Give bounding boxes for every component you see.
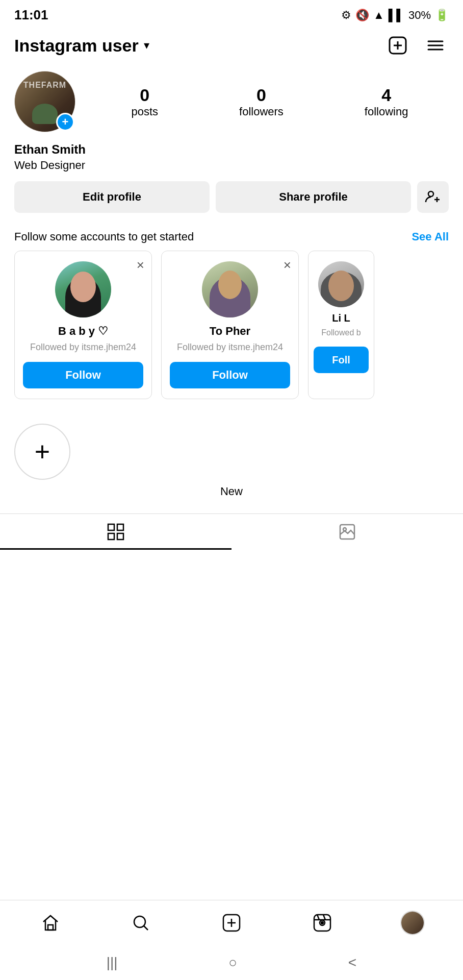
tab-grid[interactable] [0, 514, 232, 550]
svg-point-6 [428, 191, 433, 197]
profile-name: Ethan Smith [14, 142, 449, 157]
add-post-button[interactable] [384, 32, 411, 59]
share-profile-button[interactable]: Share profile [216, 181, 411, 213]
svg-line-25 [317, 915, 319, 920]
see-all-link[interactable]: See All [411, 230, 449, 243]
suggestions-title: Follow some accounts to get started [14, 230, 194, 243]
nav-home-button[interactable] [30, 902, 71, 943]
action-buttons: Edit profile Share profile [14, 181, 449, 213]
svg-point-23 [321, 922, 323, 924]
profile-info-row: THEFARM + 0 posts 0 followers 4 followin… [14, 71, 449, 132]
avatar-container: THEFARM + [14, 71, 75, 132]
nav-items [0, 900, 463, 945]
profile-section: THEFARM + 0 posts 0 followers 4 followin… [0, 67, 463, 221]
card-username-2: To Pher [210, 325, 250, 338]
card-username-3: Li L [332, 312, 350, 324]
search-icon [131, 913, 151, 933]
following-count: 4 [381, 85, 391, 105]
suggestion-card-1: × B a b y ♡ Followed by itsme.jhem24 Fol… [14, 251, 152, 399]
nav-profile-avatar [400, 911, 425, 935]
card-followed-by-1: Followed by itsme.jhem24 [30, 341, 136, 354]
android-menu-icon[interactable]: ||| [107, 954, 118, 971]
dismiss-card-2-button[interactable]: × [284, 258, 291, 272]
add-icon [221, 913, 242, 933]
home-icon [40, 913, 61, 933]
follow-button-2[interactable]: Follow [170, 362, 290, 388]
android-nav: ||| ○ < [0, 945, 463, 980]
svg-rect-15 [48, 925, 53, 930]
battery-icon: 🔋 [435, 9, 449, 22]
menu-button[interactable] [422, 32, 449, 59]
edit-profile-button[interactable]: Edit profile [14, 181, 210, 213]
content-tabs [0, 513, 463, 550]
add-friend-button[interactable] [417, 181, 449, 213]
suggestion-card-2: × To Pher Followed by itsme.jhem24 Follo… [161, 251, 299, 399]
add-to-story-button[interactable]: + [56, 113, 74, 131]
avatar-text: THEFARM [23, 81, 66, 90]
status-bar: 11:01 ⚙ 🔇 ▲ ▌▌ 30% 🔋 [0, 0, 463, 27]
mute-icon: 🔇 [355, 9, 369, 22]
username-label: Instagram user [14, 36, 139, 56]
stats-row: 0 posts 0 followers 4 following [91, 85, 449, 118]
posts-count: 0 [140, 85, 149, 105]
grid-icon [106, 522, 125, 542]
nav-reels-button[interactable] [302, 902, 343, 943]
svg-rect-11 [108, 533, 114, 540]
nav-search-button[interactable] [120, 902, 161, 943]
svg-rect-9 [108, 524, 114, 530]
suggestion-card-3-partial: Li L Followed b Foll [308, 251, 374, 399]
nav-profile-image [401, 912, 424, 934]
reels-icon [312, 913, 332, 933]
chevron-down-icon[interactable]: ▾ [144, 39, 149, 52]
card-avatar-3 [318, 261, 364, 307]
tagged-icon [338, 522, 357, 542]
followers-count: 0 [256, 85, 266, 105]
dismiss-card-1-button[interactable]: × [137, 258, 144, 272]
bottom-spacer [0, 550, 463, 631]
followers-label: followers [239, 105, 284, 118]
battery-level: 30% [408, 9, 431, 22]
card-followed-by-2: Followed by itsme.jhem24 [177, 341, 283, 354]
follow-button-1[interactable]: Follow [23, 362, 143, 388]
new-post-label: New [14, 485, 449, 498]
svg-rect-12 [117, 533, 123, 540]
profile-bio: Web Designer [14, 159, 449, 172]
signal-icon: ▌▌ [389, 9, 404, 22]
followers-stat[interactable]: 0 followers [239, 85, 284, 118]
svg-point-16 [134, 916, 145, 927]
status-time: 11:01 [14, 7, 48, 23]
tab-tagged[interactable] [232, 514, 463, 550]
wifi-icon: ▲ [373, 9, 384, 22]
header-actions [384, 32, 449, 59]
bottom-nav: ||| ○ < [0, 900, 463, 980]
bluetooth-icon: ⚙ [341, 9, 351, 22]
card-avatar-1 [55, 261, 111, 317]
svg-rect-10 [117, 524, 123, 530]
posts-label: posts [131, 105, 158, 118]
android-back-icon[interactable]: < [348, 954, 356, 971]
posts-stat[interactable]: 0 posts [131, 85, 158, 118]
card-username-1: B a b y ♡ [58, 325, 108, 338]
nav-add-button[interactable] [211, 902, 252, 943]
svg-line-17 [144, 926, 148, 930]
plus-icon: + [35, 436, 50, 467]
follow-button-3[interactable]: Foll [314, 347, 369, 373]
svg-line-26 [323, 915, 325, 920]
new-post-section: + New [0, 409, 463, 508]
username-row[interactable]: Instagram user ▾ [14, 36, 149, 56]
app-header: Instagram user ▾ [0, 27, 463, 67]
avatar-deco [32, 104, 58, 124]
card-followed-by-3: Followed b [321, 327, 361, 338]
android-home-icon[interactable]: ○ [228, 954, 237, 971]
following-stat[interactable]: 4 following [365, 85, 408, 118]
nav-profile-button[interactable] [392, 902, 433, 943]
suggestions-header: Follow some accounts to get started See … [0, 221, 463, 251]
card-avatar-2 [202, 261, 258, 317]
new-post-button[interactable]: + [14, 424, 70, 480]
status-icons: ⚙ 🔇 ▲ ▌▌ 30% 🔋 [341, 9, 449, 22]
following-label: following [365, 105, 408, 118]
suggestions-scroll: × B a b y ♡ Followed by itsme.jhem24 Fol… [0, 251, 463, 409]
